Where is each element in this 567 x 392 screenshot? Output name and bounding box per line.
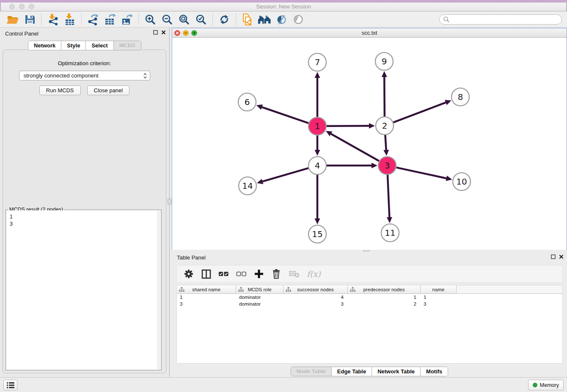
criterion-select[interactable]: strongly connected component <box>19 71 150 80</box>
tab-select[interactable]: Select <box>86 41 113 50</box>
graph-edge[interactable] <box>262 107 308 123</box>
delete-column-button[interactable] <box>271 268 281 279</box>
graph-edge[interactable] <box>396 168 446 179</box>
close-panel-icon[interactable] <box>161 30 166 35</box>
edge-arrowhead <box>387 217 392 223</box>
graph-node-8[interactable]: 8 <box>451 88 469 106</box>
mcds-result-group: MCDS result (2 nodes) 1 3 <box>6 210 162 370</box>
tab-edge-table[interactable]: Edge Table <box>332 367 372 376</box>
graph-node-9[interactable]: 9 <box>375 52 393 70</box>
export-image-icon <box>121 14 133 25</box>
mcds-result-text[interactable]: 1 3 <box>6 210 161 370</box>
export-image-button[interactable] <box>118 13 135 26</box>
network-canvas[interactable]: 7968124314101511 <box>172 38 566 250</box>
graph-edge[interactable] <box>327 126 369 126</box>
graph-edge[interactable] <box>263 168 308 182</box>
table-tabs: Node Table Edge Table Network Table Moti… <box>172 367 567 376</box>
import-network-button[interactable] <box>44 13 61 26</box>
node-label: 7 <box>315 57 320 67</box>
network-from-file-button[interactable] <box>239 13 256 26</box>
float-panel-icon[interactable] <box>153 30 158 35</box>
import-table-button[interactable] <box>61 13 78 26</box>
graph-node-2[interactable]: 2 <box>376 117 394 135</box>
select-all-button[interactable] <box>218 268 229 279</box>
network-frame-titlebar[interactable]: scc.txt <box>172 28 567 38</box>
tab-mcds[interactable]: MCDS <box>114 41 141 50</box>
graph-edge[interactable] <box>384 77 385 116</box>
zoom-out-button[interactable] <box>159 13 176 26</box>
optimization-criterion-label: Optimization criterion: <box>3 60 166 66</box>
search-icon <box>443 16 450 23</box>
zoom-in-icon <box>145 14 156 25</box>
graph-edge[interactable] <box>385 135 386 150</box>
column-header-shared-name[interactable]: shared name <box>177 285 236 294</box>
cell-shared-name: 1 <box>177 295 236 300</box>
zoom-fit-button[interactable] <box>176 13 193 26</box>
close-panel-button[interactable]: Close panel <box>87 86 130 95</box>
close-panel-icon[interactable] <box>559 254 564 259</box>
zoom-selected-button[interactable] <box>193 13 209 26</box>
node-table[interactable]: shared name MCDS role <box>176 285 563 364</box>
search-field[interactable] <box>439 14 562 25</box>
result-line: 1 <box>10 213 161 221</box>
task-history-button[interactable] <box>3 380 17 390</box>
tab-motifs[interactable]: Motifs <box>421 367 448 376</box>
tab-style[interactable]: Style <box>61 41 86 50</box>
attribute-tree-icon <box>238 287 244 292</box>
float-panel-icon[interactable] <box>551 254 556 259</box>
open-session-button[interactable] <box>4 13 21 26</box>
export-table-button[interactable] <box>102 13 118 26</box>
table-row[interactable]: 1 dominator 4 1 1 <box>177 294 562 301</box>
import-table-icon <box>64 14 76 25</box>
refresh-button[interactable] <box>216 13 233 26</box>
show-columns-button[interactable] <box>201 268 211 279</box>
table-row[interactable]: 3 dominator 3 2 3 <box>177 301 562 307</box>
graph-edge[interactable] <box>388 175 389 217</box>
node-label: 8 <box>458 92 463 102</box>
home-button[interactable] <box>256 13 273 26</box>
vertical-split-grip[interactable] <box>168 199 171 204</box>
function-builder-button[interactable]: f(x) <box>307 268 321 279</box>
graph-node-1[interactable]: 1 <box>308 117 326 135</box>
create-column-button[interactable] <box>254 268 264 279</box>
export-network-button[interactable] <box>85 13 102 26</box>
graph-node-7[interactable]: 7 <box>308 53 326 71</box>
edge-arrowhead <box>446 176 452 181</box>
cell-successor-nodes: 4 <box>284 295 348 300</box>
table-settings-button[interactable] <box>184 268 194 279</box>
graph-node-10[interactable]: 10 <box>453 173 471 190</box>
save-floppy-icon <box>24 14 36 25</box>
graph-edge[interactable] <box>331 134 379 161</box>
column-header-predecessor-nodes[interactable]: predecessor nodes <box>348 285 421 294</box>
graph-node-11[interactable]: 11 <box>381 224 399 242</box>
search-input[interactable] <box>450 15 561 24</box>
memory-button[interactable]: Memory <box>528 380 564 390</box>
result-scrollbar[interactable] <box>157 210 161 370</box>
node-label: 10 <box>456 177 467 187</box>
node-label: 4 <box>315 160 320 171</box>
graph-edge[interactable] <box>394 102 446 122</box>
zoom-in-button[interactable] <box>142 13 159 26</box>
tab-network[interactable]: Network <box>28 41 61 50</box>
graph-node-15[interactable]: 15 <box>308 225 326 243</box>
tab-node-table[interactable]: Node Table <box>291 367 332 376</box>
graphics-details-button[interactable] <box>273 13 290 26</box>
node-label: 11 <box>385 228 395 238</box>
save-session-button[interactable] <box>21 13 38 26</box>
hide-details-button[interactable] <box>290 13 307 26</box>
column-header-successor-nodes[interactable]: successor nodes <box>284 285 348 294</box>
cell-mcds-role: dominator <box>236 301 284 306</box>
run-mcds-button[interactable]: Run MCDS <box>39 86 81 95</box>
edge-arrowhead <box>315 72 320 78</box>
graph-node-3[interactable]: 3 <box>378 157 396 174</box>
delete-table-button[interactable] <box>289 268 300 279</box>
graph-node-4[interactable]: 4 <box>308 157 326 174</box>
graph-node-6[interactable]: 6 <box>238 93 256 111</box>
control-panel-tabs: Network Style Select MCDS <box>0 41 169 50</box>
column-header-mcds-role[interactable]: MCDS role <box>236 285 284 294</box>
deselect-all-button[interactable] <box>236 268 247 279</box>
tab-network-table[interactable]: Network Table <box>372 367 421 376</box>
graph-node-14[interactable]: 14 <box>239 177 256 195</box>
attribute-tree-icon <box>350 287 355 292</box>
column-header-name[interactable]: name <box>421 285 457 294</box>
